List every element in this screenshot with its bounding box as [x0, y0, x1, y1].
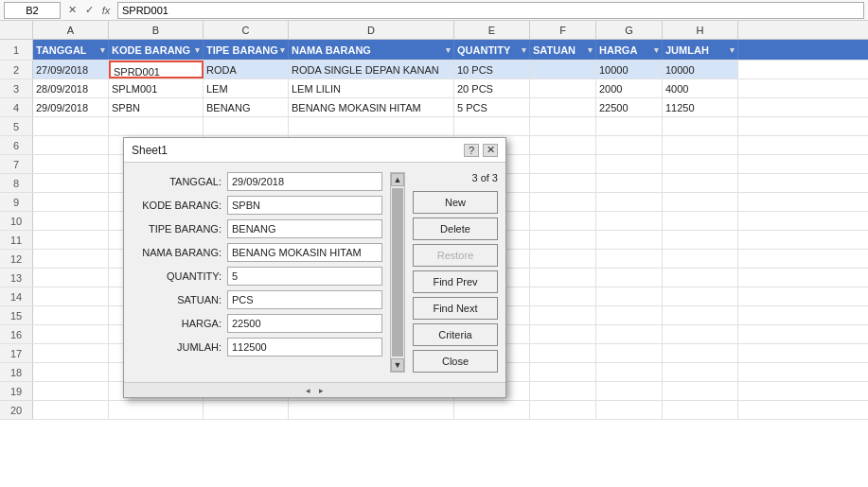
col-header-H[interactable]: H [663, 21, 738, 39]
dialog-bottom-scrollbar: ◂ ▸ [124, 382, 505, 397]
row-num-6: 6 [0, 136, 33, 154]
cell-F4[interactable] [530, 98, 596, 116]
dropdown-arrow[interactable]: ▾ [446, 40, 451, 60]
cell-H3[interactable]: 4000 [663, 79, 738, 97]
cell-A2[interactable]: 27/09/2018 [33, 61, 109, 78]
cell-D2[interactable]: RODA SINGLE DEPAN KANAN [289, 61, 454, 78]
kode-barang-field[interactable] [227, 196, 382, 215]
scroll-left-arrow[interactable]: ◂ [302, 384, 315, 397]
cell-B3[interactable]: SPLM001 [109, 79, 204, 97]
new-button[interactable]: New [413, 191, 498, 214]
col-header-F[interactable]: F [530, 21, 596, 39]
close-button[interactable]: Close [413, 350, 498, 373]
restore-button[interactable]: Restore [413, 244, 498, 267]
row-num-4: 4 [0, 98, 33, 116]
label-nama-barang: NAMA BARANG: [132, 247, 221, 258]
header-nama-barang[interactable]: NAMA BARANG ▾ [289, 40, 454, 60]
row-num-20: 20 [0, 401, 33, 419]
col-header-E[interactable]: E [454, 21, 530, 39]
header-tanggal[interactable]: TANGGAL ▾ [33, 40, 109, 60]
label-tipe-barang: TIPE BARANG: [132, 223, 221, 235]
formula-input[interactable] [117, 2, 864, 19]
confirm-icon[interactable]: ✓ [81, 3, 97, 18]
dropdown-arrow[interactable]: ▾ [195, 40, 200, 60]
criteria-button[interactable]: Criteria [413, 323, 498, 346]
delete-button[interactable]: Delete [413, 217, 498, 240]
header-satuan[interactable]: SATUAN ▾ [530, 40, 596, 60]
cell-H2[interactable]: 10000 [663, 61, 738, 78]
col-header-C[interactable]: C [204, 21, 289, 39]
dropdown-arrow[interactable]: ▾ [522, 40, 526, 60]
dialog-help-button[interactable]: ? [464, 144, 479, 157]
formula-icons: ✕ ✓ fx [64, 3, 114, 18]
header-harga[interactable]: HARGA ▾ [596, 40, 663, 60]
find-prev-button[interactable]: Find Prev [413, 270, 498, 293]
cell-E2[interactable]: 10 PCS [454, 61, 530, 78]
header-tipe-barang[interactable]: TIPE BARANG ▾ [204, 40, 289, 60]
cell-F3[interactable] [530, 79, 596, 97]
harga-field[interactable] [227, 314, 382, 333]
cell-G3[interactable]: 2000 [596, 79, 663, 97]
scroll-up-arrow[interactable]: ▲ [391, 173, 404, 186]
cell-F2[interactable] [530, 61, 596, 78]
row-num-13: 13 [0, 269, 33, 287]
dialog-close-title-button[interactable]: ✕ [483, 144, 498, 157]
fx-icon[interactable]: fx [98, 3, 114, 18]
cell-G2[interactable]: 10000 [596, 61, 663, 78]
field-row-nama-barang: NAMA BARANG: [132, 243, 382, 262]
dialog-title: Sheet1 [132, 144, 168, 157]
row-num-15: 15 [0, 306, 33, 324]
label-satuan: SATUAN: [132, 294, 221, 305]
cell-A3[interactable]: 28/09/2018 [33, 79, 109, 97]
col-header-A[interactable]: A [33, 21, 109, 39]
row-num-2: 2 [0, 61, 33, 78]
dropdown-arrow[interactable]: ▾ [280, 40, 285, 60]
name-box[interactable] [4, 2, 61, 19]
cell-C4[interactable]: BENANG [204, 98, 289, 116]
satuan-field[interactable] [227, 290, 382, 309]
dialog-title-bar: Sheet1 ? ✕ [124, 138, 505, 163]
header-kode-barang[interactable]: KODE BARANG ▾ [109, 40, 204, 60]
cell-D4[interactable]: BENANG MOKASIN HITAM [289, 98, 454, 116]
dropdown-arrow[interactable]: ▾ [730, 40, 735, 60]
cell-A4[interactable]: 29/09/2018 [33, 98, 109, 116]
header-quantity[interactable]: QUANTITY ▾ [454, 40, 530, 60]
row-num-19: 19 [0, 382, 33, 400]
dropdown-arrow[interactable]: ▾ [588, 40, 593, 60]
field-row-quantity: QUANTITY: [132, 267, 382, 286]
cell-B4[interactable]: SPBN [109, 98, 204, 116]
cell-D3[interactable]: LEM LILIN [289, 79, 454, 97]
dialog-fields: TANGGAL: KODE BARANG: TIPE BARANG: NAMA … [132, 172, 382, 373]
header-jumlah[interactable]: JUMLAH ▾ [663, 40, 738, 60]
col-header-D[interactable]: D [289, 21, 454, 39]
cell-B2[interactable]: SPRD001 [109, 61, 204, 78]
cell-C3[interactable]: LEM [204, 79, 289, 97]
jumlah-field[interactable] [227, 338, 382, 357]
row-num-11: 11 [0, 231, 33, 249]
cell-G4[interactable]: 22500 [596, 98, 663, 116]
row-num-header [0, 21, 33, 39]
row-num-1: 1 [0, 40, 33, 60]
dialog-scrollbar[interactable]: ▲ ▼ [390, 172, 405, 373]
cell-H4[interactable]: 11250 [663, 98, 738, 116]
cancel-icon[interactable]: ✕ [64, 3, 80, 18]
label-harga: HARGA: [132, 318, 221, 329]
col-header-G[interactable]: G [596, 21, 663, 39]
nama-barang-field[interactable] [227, 243, 382, 262]
scroll-right-arrow[interactable]: ▸ [315, 384, 328, 397]
row-num-9: 9 [0, 193, 33, 211]
cell-A5[interactable] [33, 117, 109, 135]
tanggal-field[interactable] [227, 172, 382, 191]
dropdown-arrow[interactable]: ▾ [654, 40, 659, 60]
field-row-harga: HARGA: [132, 314, 382, 333]
scroll-thumb[interactable] [392, 188, 403, 357]
quantity-field[interactable] [227, 267, 382, 286]
col-header-B[interactable]: B [109, 21, 204, 39]
cell-E3[interactable]: 20 PCS [454, 79, 530, 97]
find-next-button[interactable]: Find Next [413, 297, 498, 320]
tipe-barang-field[interactable] [227, 219, 382, 238]
dropdown-arrow[interactable]: ▾ [100, 40, 105, 60]
scroll-down-arrow[interactable]: ▼ [391, 358, 404, 372]
cell-E4[interactable]: 5 PCS [454, 98, 530, 116]
cell-C2[interactable]: RODA [204, 61, 289, 78]
